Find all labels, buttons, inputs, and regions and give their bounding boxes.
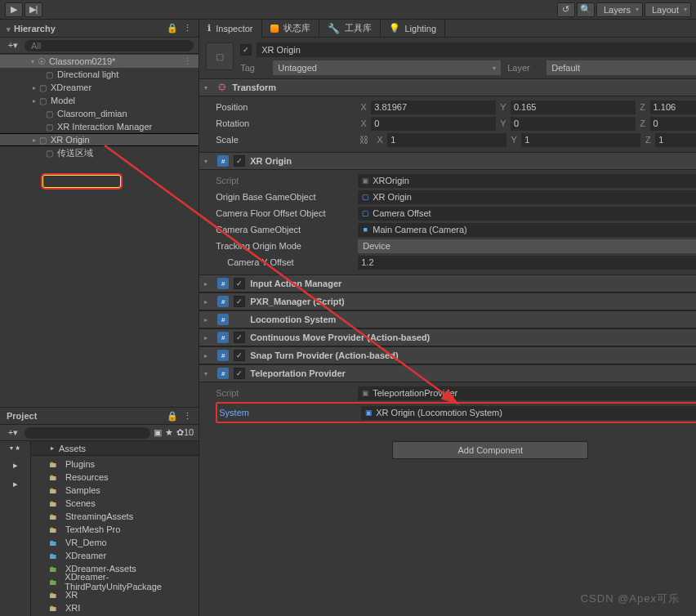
component-snapturn-header[interactable]: #✓Snap Turn Provider (Action-based)?⚙⋮ [199,346,696,364]
hierarchy-item[interactable]: ▢传送区域 [0,146,199,159]
position-label: Position [216,102,353,112]
project-search-input[interactable] [25,427,150,439]
base-object-field[interactable]: ▢XR Origin⊙ [358,190,696,204]
hierarchy-item[interactable]: ▸▢XDreamer [0,81,199,94]
foldout-icon[interactable] [204,158,212,165]
hierarchy-item[interactable]: ▢Clasroom_dimian [0,107,199,120]
scene-menu-icon[interactable]: ⋮ [183,56,192,67]
scale-label: Scale [216,135,353,145]
search-global-button[interactable]: 🔍 [577,2,595,17]
scl-y-field[interactable] [521,133,640,147]
folder-row[interactable]: 🖿XRI [31,601,199,614]
foldout-icon[interactable] [204,84,212,92]
component-transform-header[interactable]: ⯐ Transform ?⚙⋮ [199,78,696,96]
foldout-icon[interactable] [204,352,212,359]
system-object-field[interactable]: ▣XR Origin (Locomotion System)⊙ [361,406,696,420]
scl-x-field[interactable] [387,133,506,147]
folder-row[interactable]: 🖿XDreamer-ThirdPartyUnityPackage [31,575,199,588]
scene-row[interactable]: ▾⦿ Classroom0219* ⋮ [0,55,199,68]
pos-y-field[interactable] [511,100,636,114]
foldout-icon[interactable] [204,334,212,341]
active-checkbox[interactable]: ✓ [240,44,252,56]
lock-icon[interactable]: 🔒 [167,23,178,33]
cam-object-field[interactable]: ■Main Camera (Camera)⊙ [358,223,696,237]
tab-states[interactable]: 状态库 [262,20,319,38]
folder-icon[interactable]: ▸ [13,479,18,489]
system-label: System [219,408,356,417]
play-button[interactable]: ▶ [5,2,23,17]
create-button[interactable]: +▾ [5,40,21,51]
lock-icon[interactable]: 🔒 [167,411,178,422]
assets-header[interactable]: ▸Assets [31,441,199,456]
hierarchy-item[interactable]: ▸▢Model [0,94,199,107]
foldout-icon[interactable] [204,370,212,377]
folder-row[interactable]: 🖿XDreamer [31,549,199,562]
pos-x-field[interactable] [371,100,496,114]
folder-row[interactable]: 🖿TextMesh Pro [31,523,199,536]
component-enabled-checkbox[interactable]: ✓ [234,368,245,379]
tab-inspector[interactable]: ℹInspector [199,20,261,38]
component-xrorigin-header[interactable]: # ✓ XR Origin ?⚙⋮ [199,152,696,170]
component-enabled-checkbox[interactable]: ✓ [234,155,245,167]
create-asset-button[interactable]: +▾ [5,427,21,438]
hierarchy-item[interactable]: ▢Directional light [0,68,199,81]
pos-z-field[interactable] [650,100,696,114]
undo-history-button[interactable]: ↺ [557,2,575,17]
hierarchy-item[interactable]: ▢XR Interaction Manager [0,120,199,133]
star-icon[interactable]: ★ [165,427,173,438]
foldout-icon[interactable] [204,280,212,288]
step-button[interactable]: ▶| [25,2,42,17]
scale-link-icon[interactable]: ⛓ [358,135,369,145]
camoff-object-field[interactable]: ▢Camera Offset⊙ [358,207,696,221]
folder-row[interactable]: 🖿Scenes [31,497,199,510]
foldout-icon[interactable] [204,298,212,306]
rot-z-field[interactable] [650,117,696,131]
base-label: Origin Base GameObject [216,192,353,202]
folder-icon: 🖿 [49,578,60,587]
component-continuous-header[interactable]: #✓Continuous Move Provider (Action-based… [199,328,696,346]
track-dropdown[interactable]: Device [358,239,696,253]
object-icon[interactable]: ▢ [206,42,234,70]
hierarchy-item-xr-origin[interactable]: ▸▢XR Origin [0,133,199,146]
layers-dropdown[interactable]: Layers [596,2,643,17]
layout-dropdown[interactable]: Layout [645,2,691,17]
tab-lighting[interactable]: 💡Lighting [381,20,446,38]
hierarchy-search-row: +▾ [0,38,199,54]
component-enabled-checkbox[interactable]: ✓ [234,278,245,289]
tab-tools[interactable]: 🔧工具库 [319,20,381,38]
folder-row[interactable]: 🖿Resources [31,471,199,484]
layer-dropdown[interactable]: Default [547,60,696,75]
add-component-button[interactable]: Add Component [392,441,588,459]
component-enabled-checkbox[interactable]: ✓ [234,296,245,307]
folder-row[interactable]: 🖿StreamingAssets [31,510,199,523]
filter-icon[interactable]: ▣ [154,427,162,438]
folder-row[interactable]: 🖿Samples [31,484,199,497]
component-enabled-checkbox[interactable]: ✓ [234,350,245,361]
folder-icon[interactable]: ▸ [13,460,18,471]
component-teleport-header[interactable]: #✓Teleportation Provider?⚙⋮ [199,364,696,382]
folder-list: 🖿Plugins 🖿Resources 🖿Samples 🖿Scenes 🖿St… [31,456,199,616]
object-name-field[interactable] [257,42,696,57]
tag-dropdown[interactable]: Untagged [273,60,501,75]
hierarchy-tab[interactable]: Hierarchy 🔒⋮ [0,20,199,38]
scl-z-field[interactable] [655,133,696,147]
component-input-action-header[interactable]: #✓Input Action Manager?⚙⋮ [199,275,696,292]
component-pxr-header[interactable]: #✓PXR_Manager (Script)?⋮ [199,292,696,310]
menu-icon[interactable]: ⋮ [183,23,192,33]
script-icon: # [217,278,229,289]
script-label: Script [216,388,353,398]
rot-x-field[interactable] [371,117,496,131]
rotation-label: Rotation [216,118,353,128]
component-enabled-checkbox[interactable]: ✓ [234,332,245,343]
project-tab[interactable]: Project 🔒⋮ [0,407,199,425]
camy-field[interactable] [358,256,696,270]
folder-row[interactable]: 🖿VR_Demo [31,536,199,549]
rot-y-field[interactable] [511,117,636,131]
hierarchy-title: Hierarchy [7,24,56,33]
component-locomotion-header[interactable]: #✓Locomotion System?⚙⋮ [199,310,696,328]
folder-row[interactable]: 🖿Plugins [31,458,199,471]
foldout-icon[interactable] [204,316,212,324]
hierarchy-search-input[interactable] [25,40,194,51]
hidden-icon[interactable]: ✿10 [176,427,194,438]
menu-icon[interactable]: ⋮ [183,411,192,422]
